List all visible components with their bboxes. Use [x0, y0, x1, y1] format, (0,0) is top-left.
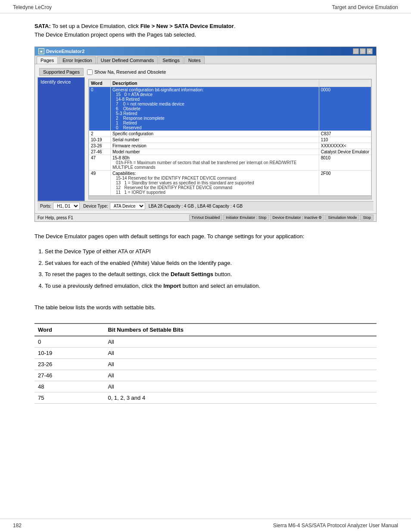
table-row: 27-46 Model number Catalyst Device Emula…	[89, 149, 371, 155]
table-cell: 0, 1, 2, 3 and 4	[104, 392, 377, 403]
status-simulation: Simulation Mode	[325, 215, 359, 221]
checkbox-row: Show Na, Reserved and Obsolete	[87, 69, 166, 75]
row-desc: 15-8 80h 01h-FFh = Maximum number of sec…	[111, 155, 319, 171]
minimize-button[interactable]: _	[353, 48, 359, 54]
row-word: 23-26	[89, 143, 111, 149]
table-cell: All	[104, 370, 377, 381]
data-table: Word Bit Numbers of Settable Bits 0All10…	[34, 323, 377, 404]
table-cell: 10-19	[34, 347, 104, 358]
table-row: 27-46All	[34, 370, 377, 381]
checkbox-label: Show Na, Reserved and Obsolete	[94, 69, 166, 75]
numbered-list: Set the Device Type of either ATA or ATA…	[45, 247, 377, 291]
row-desc: General configuration bit-significant in…	[111, 87, 319, 131]
table-row: 2 Specific configuration C837	[89, 131, 371, 137]
list-item-1: Set the Device Type of either ATA or ATA…	[45, 247, 377, 256]
table-cell: 75	[34, 392, 104, 403]
window-controls[interactable]: _ □ ×	[353, 48, 373, 54]
supported-pages-label: Supported Pages	[39, 68, 84, 76]
device-type-dropdown[interactable]: ATA Device	[110, 202, 145, 210]
row-desc: Model number	[111, 149, 319, 155]
tab-pages[interactable]: Pages	[37, 56, 58, 64]
table-cell: 48	[34, 381, 104, 392]
device-type-label: Device Type:	[83, 204, 108, 208]
step4-text: To use a previously defined emulation, c…	[45, 283, 260, 289]
row-word: 27-46	[89, 149, 111, 155]
row-desc: Specific configuration	[111, 131, 319, 137]
show-reserved-checkbox[interactable]	[87, 69, 93, 75]
ports-section: Ports: H1, D1	[40, 202, 80, 210]
device-table-container: Word Description 0 Genera	[88, 79, 372, 199]
table-row: 10-19 Serial number 110	[89, 137, 371, 143]
status-device: Device Emulator : Inactive ⚙	[270, 215, 324, 221]
list-item-4: To use a previously defined emulation, c…	[45, 282, 377, 291]
table-row: 750, 1, 2, 3 and 4	[34, 392, 377, 403]
intro-line2: The Device Emulation project opens with …	[34, 31, 196, 38]
table-cell: 27-46	[34, 370, 104, 381]
status-txvout: TxVout Disabled	[189, 215, 223, 221]
tab-error-injection[interactable]: Error Injection	[59, 56, 96, 64]
tab-user-defined-commands[interactable]: User Defined Commands	[97, 56, 158, 64]
screenshot-window: ■ DeviceEmulator2 _ □ × Pages Error Inje…	[34, 47, 377, 222]
intro-line1-main: To set up a Device Emulation, click	[51, 23, 140, 29]
table-cell: 0	[34, 336, 104, 348]
table-cell: All	[104, 358, 377, 370]
maximize-button[interactable]: □	[360, 48, 366, 54]
row-value: C837	[319, 131, 371, 137]
list-item-2: Set values for each of the enabled (Whit…	[45, 259, 377, 268]
window-title: DeviceEmulator2	[46, 49, 84, 54]
body-paragraph: The Device Emulator pages open with defa…	[34, 232, 377, 241]
col-header-word: Word	[89, 80, 111, 87]
toolbar-row: Supported Pages Show Na, Reserved and Ob…	[37, 67, 374, 77]
row-word: 49	[89, 171, 111, 196]
horizontal-scrollbar[interactable]	[89, 196, 371, 199]
device-type-section: Device Type: ATA Device	[83, 202, 145, 210]
table-row: 49 Capabilities: 15-14 Reserved for the …	[89, 171, 371, 196]
page-container: Teledyne LeCroy Target and Device Emulat…	[0, 0, 411, 532]
row-value: 110	[319, 137, 371, 143]
intro-paragraph: SATA: To set up a Device Emulation, clic…	[34, 22, 377, 39]
step3-text: To reset the pages to the default settin…	[45, 271, 232, 277]
status-initiator: Initiator Emulator : Stop	[223, 215, 269, 221]
step1-text: Set the Device Type of either ATA or ATA…	[45, 248, 151, 255]
device-table: Word Description 0 Genera	[89, 79, 371, 196]
intro-sata-label: SATA:	[34, 23, 51, 29]
table-row: 23-26 Firmware revision XXXXXXXX<	[89, 143, 371, 149]
window-app-icon: ■	[38, 48, 44, 54]
table-area: Identify device Word Description	[37, 77, 374, 201]
tab-notes[interactable]: Notes	[184, 56, 205, 64]
header-left: Teledyne LeCroy	[13, 4, 52, 10]
row-word: 47	[89, 155, 111, 171]
table-cell: 23-26	[34, 358, 104, 370]
list-item-3: To reset the pages to the default settin…	[45, 270, 377, 279]
page-header: Teledyne LeCroy Target and Device Emulat…	[0, 0, 411, 13]
window-helpbar: For Help, press F1 TxVout Disabled Initi…	[35, 213, 376, 221]
row-value: Catalyst Device Emulator	[319, 149, 371, 155]
row-word: 0	[89, 87, 111, 131]
status-pills: TxVout Disabled Initiator Emulator : Sto…	[189, 215, 374, 221]
titlebar-left: ■ DeviceEmulator2	[38, 48, 84, 54]
row-value: 0000	[319, 87, 371, 131]
table-row: 0All	[34, 336, 377, 348]
footer-page-number: 182	[13, 523, 22, 529]
col-header-desc: Description	[111, 80, 319, 87]
row-desc: Serial number	[111, 137, 319, 143]
table-row: 47 15-8 80h 01h-FFh = Maximum number of …	[89, 155, 371, 171]
table-col-bits: Bit Numbers of Settable Bits	[104, 324, 377, 336]
table-col-word: Word	[34, 324, 104, 336]
page-footer: 182 Sierra M6-4 SAS/SATA Protocol Analyz…	[0, 519, 411, 532]
tab-settings[interactable]: Settings	[159, 56, 184, 64]
intro-line1-end: .	[234, 23, 236, 29]
table-cell: All	[104, 336, 377, 348]
table-row: 0 General configuration bit-significant …	[89, 87, 371, 131]
table-cell: All	[104, 381, 377, 392]
window-body: Supported Pages Show Na, Reserved and Ob…	[35, 64, 376, 213]
ports-dropdown[interactable]: H1, D1	[53, 202, 80, 210]
status-stop: Stop	[360, 215, 374, 221]
row-value: XXXXXXXX<	[319, 143, 371, 149]
close-button[interactable]: ×	[367, 48, 373, 54]
window-statusbar: Ports: H1, D1 Device Type: ATA Device LB…	[37, 201, 374, 211]
row-desc: Firmware revision	[111, 143, 319, 149]
identify-device-panel: Identify device	[37, 77, 85, 201]
capacity-text: LBA 28 Capacity : 4 GB , LBA 48 Capacity…	[149, 204, 243, 208]
col-header-val	[319, 80, 371, 87]
